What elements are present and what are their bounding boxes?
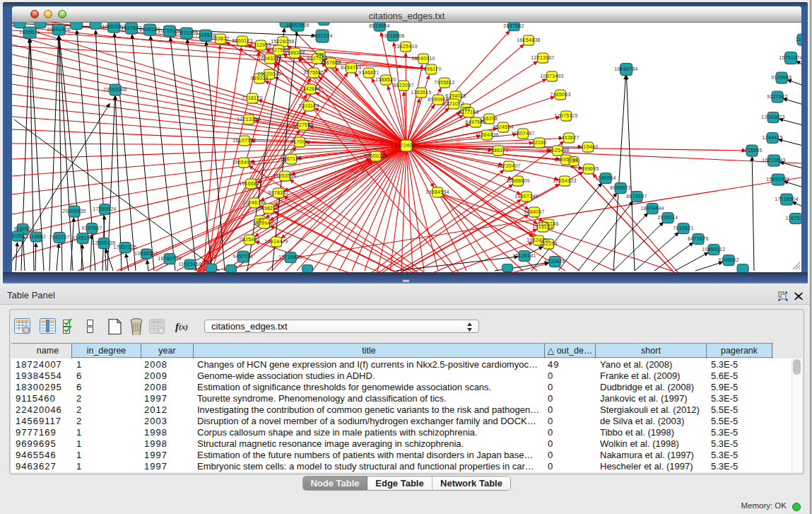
svg-text:8660123: 8660123 <box>232 38 252 43</box>
svg-text:8878352: 8878352 <box>268 190 288 195</box>
svg-text:25300285: 25300285 <box>364 153 388 158</box>
svg-text:15716485: 15716485 <box>278 255 302 259</box>
svg-text:8813054: 8813054 <box>369 23 389 28</box>
svg-text:391593: 391593 <box>12 233 27 238</box>
svg-text:10958107: 10958107 <box>134 251 158 256</box>
svg-text:16648784: 16648784 <box>614 66 638 71</box>
svg-text:14099489: 14099489 <box>252 221 276 226</box>
svg-text:6794028: 6794028 <box>445 93 466 98</box>
svg-text:9777169: 9777169 <box>458 110 478 115</box>
svg-text:18724007: 18724007 <box>394 143 418 148</box>
svg-text:1405571: 1405571 <box>19 30 40 35</box>
svg-text:6879197: 6879197 <box>626 194 647 199</box>
svg-text:8215955: 8215955 <box>741 148 762 153</box>
svg-text:16210643: 16210643 <box>762 158 786 163</box>
svg-text:917006: 917006 <box>290 139 308 144</box>
svg-text:3375685: 3375685 <box>303 70 324 75</box>
svg-text:7386372: 7386372 <box>488 148 508 153</box>
svg-text:915051: 915051 <box>13 226 31 231</box>
svg-text:1167533: 1167533 <box>786 216 801 221</box>
svg-text:1640954: 1640954 <box>595 175 616 180</box>
svg-text:7857224: 7857224 <box>312 33 332 38</box>
svg-text:3624554: 3624554 <box>493 124 513 129</box>
svg-text:1696170: 1696170 <box>420 66 441 71</box>
svg-text:9115460: 9115460 <box>578 144 599 149</box>
svg-text:15751074: 15751074 <box>779 55 801 60</box>
svg-text:2603144: 2603144 <box>298 103 319 108</box>
svg-text:763822: 763822 <box>211 36 229 41</box>
svg-text:8267130: 8267130 <box>281 156 301 161</box>
svg-text:2935114: 2935114 <box>658 215 678 220</box>
svg-text:18474444: 18474444 <box>640 206 664 211</box>
svg-text:20053346: 20053346 <box>103 87 127 92</box>
svg-text:6497568: 6497568 <box>465 119 486 124</box>
svg-text:11125: 11125 <box>796 37 801 42</box>
svg-text:7955812: 7955812 <box>434 80 454 85</box>
svg-text:18807249: 18807249 <box>514 194 539 199</box>
svg-text:10973493: 10973493 <box>540 74 564 78</box>
svg-text:1362615: 1362615 <box>411 90 431 95</box>
svg-text:15692971: 15692971 <box>766 177 790 182</box>
svg-text:1588520: 1588520 <box>375 77 396 82</box>
svg-text:12093873: 12093873 <box>761 115 785 119</box>
svg-text:10654112: 10654112 <box>702 247 725 252</box>
svg-text:8471676: 8471676 <box>688 236 708 241</box>
svg-text:7485063: 7485063 <box>550 92 570 97</box>
svg-text:9129966: 9129966 <box>771 75 792 80</box>
svg-text:10025488: 10025488 <box>546 148 570 153</box>
svg-text:12975115: 12975115 <box>554 113 577 118</box>
svg-text:9457791: 9457791 <box>233 254 253 259</box>
svg-text:15226058: 15226058 <box>271 39 295 44</box>
svg-text:62160: 62160 <box>532 140 547 145</box>
svg-text:9146821: 9146821 <box>358 70 379 75</box>
svg-text:9397567: 9397567 <box>81 226 102 230</box>
svg-text:9242848: 9242848 <box>300 86 320 91</box>
svg-text:7942737: 7942737 <box>49 235 69 240</box>
svg-text:1527602: 1527602 <box>121 25 141 30</box>
svg-text:8822037: 8822037 <box>393 83 413 88</box>
svg-text:1621072: 1621072 <box>443 101 464 106</box>
svg-text:16154838: 16154838 <box>517 37 541 42</box>
svg-text:2867608: 2867608 <box>320 60 341 65</box>
svg-text:8454749: 8454749 <box>341 65 361 70</box>
svg-text:20691406: 20691406 <box>47 27 71 32</box>
svg-text:1115682: 1115682 <box>26 234 46 239</box>
svg-text:(x): (x) <box>179 322 188 332</box>
svg-text:13325419: 13325419 <box>394 44 418 49</box>
svg-text:12213389: 12213389 <box>237 117 261 122</box>
svg-text:1615132: 1615132 <box>532 224 553 229</box>
svg-text:8427552: 8427552 <box>293 122 313 127</box>
svg-text:19654923: 19654923 <box>553 178 577 183</box>
svg-text:11923468: 11923468 <box>178 262 201 267</box>
svg-text:8912955: 8912955 <box>250 42 271 47</box>
svg-text:19218506: 19218506 <box>381 33 405 38</box>
svg-text:15720407: 15720407 <box>497 163 521 168</box>
svg-text:18640910: 18640910 <box>411 56 435 61</box>
svg-text:17016504: 17016504 <box>775 197 799 201</box>
svg-text:9699695: 9699695 <box>578 166 599 171</box>
svg-text:11353594: 11353594 <box>273 173 296 178</box>
svg-text:2687682: 2687682 <box>503 23 524 28</box>
svg-text:16107552: 16107552 <box>233 138 257 143</box>
svg-text:8186328: 8186328 <box>284 50 305 55</box>
svg-text:9884067: 9884067 <box>524 209 544 214</box>
svg-text:16053809: 16053809 <box>286 23 310 28</box>
svg-text:1733426: 1733426 <box>544 259 565 264</box>
svg-text:7625402: 7625402 <box>239 237 259 242</box>
svg-text:17957225: 17957225 <box>113 245 137 250</box>
svg-text:10046788: 10046788 <box>242 200 266 205</box>
svg-text:12905135: 12905135 <box>92 240 116 245</box>
svg-text:12213967: 12213967 <box>531 55 555 60</box>
svg-text:184: 184 <box>570 158 579 163</box>
svg-text:10807487: 10807487 <box>511 131 535 136</box>
svg-text:1145194: 1145194 <box>73 235 93 240</box>
svg-text:939033: 939033 <box>250 76 268 81</box>
svg-text:8958923: 8958923 <box>610 185 630 190</box>
svg-text:20206535: 20206535 <box>62 209 86 214</box>
svg-text:252254: 252254 <box>539 241 557 246</box>
svg-text:17359924: 17359924 <box>93 206 117 211</box>
svg-text:9463627: 9463627 <box>558 135 579 140</box>
svg-text:2718170: 2718170 <box>242 95 262 100</box>
svg-text:1244415: 1244415 <box>762 135 782 140</box>
svg-text:16914479: 16914479 <box>264 239 288 244</box>
